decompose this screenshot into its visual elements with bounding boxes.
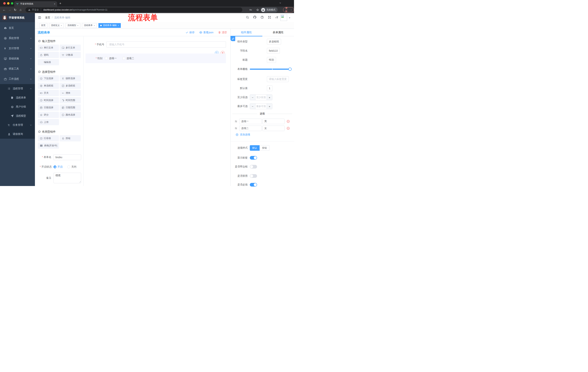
tab-component-props[interactable]: 组件属性 <box>231 29 262 36</box>
help-icon[interactable] <box>261 16 264 19</box>
max-select-input[interactable]: 最多可选 <box>255 104 267 109</box>
form-remark-textarea[interactable]: 嘿嘿 <box>53 173 81 183</box>
option-name-input[interactable]: 选项二 <box>239 126 262 131</box>
clear-button[interactable]: 清空 <box>218 31 227 34</box>
stepper-plus-button[interactable]: + <box>267 104 272 109</box>
option-value-input[interactable]: 男 <box>262 119 284 124</box>
tab-close-icon[interactable]: × <box>54 2 55 5</box>
field-name-input[interactable]: field122 <box>267 48 280 54</box>
avatar-caret-icon[interactable] <box>289 17 291 19</box>
gender-option-2[interactable]: 选项二 <box>122 57 134 60</box>
sidebar-item-基础设施[interactable]: 基础设施 <box>0 53 35 64</box>
tag-close-icon[interactable]: × <box>94 24 95 27</box>
palette-item-单选框组[interactable]: 单选框组 <box>38 83 59 89</box>
sidebar-item-用户分组[interactable]: 用户分组 <box>0 102 35 111</box>
sidebar-item-流程模型[interactable]: 流程模型 <box>0 111 35 120</box>
form-grid-slider[interactable] <box>250 69 290 70</box>
palette-item-颜色选择[interactable]: 颜色选择 <box>60 112 81 118</box>
sidebar-item-流程管理[interactable]: 流程管理 <box>0 84 35 93</box>
sidebar-item-流程表单[interactable]: 流程表单 <box>0 93 35 102</box>
palette-item-评分[interactable]: 评分 <box>38 112 59 118</box>
window-close-button[interactable] <box>3 2 6 5</box>
tag-流程表单-编辑[interactable]: 流程表单-编辑× <box>98 23 121 28</box>
phone-field-row[interactable]: 手机号 请输入手机号 <box>84 41 230 48</box>
browser-update-button[interactable]: 更新 ⋮ <box>283 7 294 12</box>
remove-option-button[interactable] <box>286 120 290 123</box>
palette-item-滑块[interactable]: 滑块 <box>60 90 81 96</box>
gender-option-1[interactable]: 选项一 <box>105 57 117 60</box>
palette-item-表格[开发中][interactable]: 表格[开发中] <box>38 142 59 149</box>
browser-menu-icon[interactable]: ⋮ <box>290 9 292 11</box>
reload-button[interactable]: ↻ <box>12 8 18 12</box>
new-tab-button[interactable]: + <box>59 1 61 6</box>
palette-item-日期范围[interactable]: 日期范围 <box>60 105 81 111</box>
tag-close-icon[interactable]: × <box>77 24 78 27</box>
back-button[interactable]: ← <box>1 8 7 12</box>
option-name-input[interactable]: 选项一 <box>239 119 262 124</box>
add-option-button[interactable]: 添加选项 <box>236 132 250 137</box>
tab-search-chevron-icon[interactable] <box>279 2 282 4</box>
remove-option-button[interactable] <box>286 127 290 130</box>
stepper-minus-button[interactable]: − <box>250 95 255 100</box>
style-default-button[interactable]: 默认 <box>250 145 260 151</box>
option-value-input[interactable]: 女 <box>262 126 284 131</box>
form-canvas[interactable]: 手机号 请输入手机号 性别 选项一 选项二 <box>84 36 230 186</box>
component-type-select[interactable]: 多选框组 <box>267 39 281 45</box>
palette-item-下拉选择[interactable]: 下拉选择 <box>38 75 59 82</box>
style-button-button[interactable]: 按钮 <box>260 145 269 151</box>
label-width-input[interactable]: 请输入标签宽度 <box>267 76 289 82</box>
address-bar[interactable]: 不安全 │ dashboard.yudao.iocoder.cn/bpm/man… <box>25 8 242 12</box>
stepper-minus-button[interactable]: − <box>250 104 255 109</box>
search-icon[interactable] <box>246 16 249 19</box>
sidebar-item-系统管理[interactable]: 系统管理 <box>0 33 35 43</box>
tag-首页[interactable]: 首页 <box>39 23 47 28</box>
sidebar-item-支付管理[interactable]: ¥支付管理 <box>0 43 35 53</box>
palette-item-多选框组[interactable]: 多选框组 <box>60 83 81 89</box>
toggle-off[interactable] <box>250 174 257 178</box>
toggle-on[interactable] <box>250 183 257 186</box>
slider-handle[interactable] <box>288 67 292 71</box>
palette-item-行容器[interactable]: 行容器 <box>38 135 59 141</box>
sidebar-item-工作流程[interactable]: 工作流程 <box>0 74 35 84</box>
sidebar-item-请假查询[interactable]: 请假查询 <box>0 130 35 139</box>
palette-item-编辑器[interactable]: 编辑器 <box>38 59 59 65</box>
password-key-icon[interactable] <box>249 8 252 11</box>
tag-close-icon[interactable]: × <box>118 24 119 27</box>
view-json-button[interactable]: 查看json <box>199 31 213 34</box>
tab-form-props[interactable]: 表单属性 <box>262 29 294 36</box>
tag-流程表单[interactable]: 流程表单× <box>82 23 97 28</box>
palette-item-上传[interactable]: 上传 <box>38 119 59 125</box>
sidebar-collapse-icon[interactable] <box>38 16 41 19</box>
security-label[interactable]: 不安全 <box>32 8 39 11</box>
home-button[interactable]: ⌂ <box>18 8 23 12</box>
palette-item-按钮[interactable]: 按钮 <box>60 135 81 141</box>
github-icon[interactable] <box>253 15 257 19</box>
save-button[interactable]: 保存 <box>186 31 194 34</box>
palette-item-日期选择[interactable]: 日期选择 <box>38 105 59 111</box>
resize-handle[interactable] <box>79 181 81 183</box>
status-off-radio[interactable]: 关闭 <box>67 165 76 169</box>
app-logo[interactable]: 芋道管理系统 <box>0 13 35 22</box>
tag-流程定义[interactable]: 流程定义× <box>49 23 64 28</box>
fullscreen-icon[interactable] <box>268 16 271 19</box>
bookmark-star-icon[interactable] <box>256 8 259 11</box>
form-name-input[interactable]: biubiu <box>53 154 81 160</box>
sidebar-item-任务管理[interactable]: 任务管理 <box>0 120 35 130</box>
title-input[interactable]: 性别 <box>267 57 276 63</box>
breadcrumb-home[interactable]: 首页 <box>45 16 50 19</box>
font-size-icon[interactable]: TT <box>275 16 279 19</box>
drag-handle-icon[interactable] <box>234 120 237 123</box>
window-zoom-button[interactable] <box>11 2 13 5</box>
tag-流程模型[interactable]: 流程模型× <box>65 23 80 28</box>
status-on-radio[interactable]: 开启 <box>53 165 63 169</box>
palette-item-开关[interactable]: 开关 <box>38 90 59 96</box>
palette-item-多行文本[interactable]: 多行文本 <box>60 45 81 51</box>
stepper-plus-button[interactable]: + <box>267 95 272 100</box>
sidebar-item-研发工具[interactable]: 研发工具 <box>0 64 35 74</box>
toggle-off[interactable] <box>250 165 257 169</box>
palette-item-单行文本[interactable]: 单行文本 <box>38 45 59 51</box>
palette-item-级联选择[interactable]: 级联选择 <box>60 75 81 82</box>
browser-tab[interactable]: 芋道管理系统 × <box>14 1 57 7</box>
drag-handle-icon[interactable] <box>234 127 237 130</box>
forward-button[interactable]: → <box>7 8 12 12</box>
